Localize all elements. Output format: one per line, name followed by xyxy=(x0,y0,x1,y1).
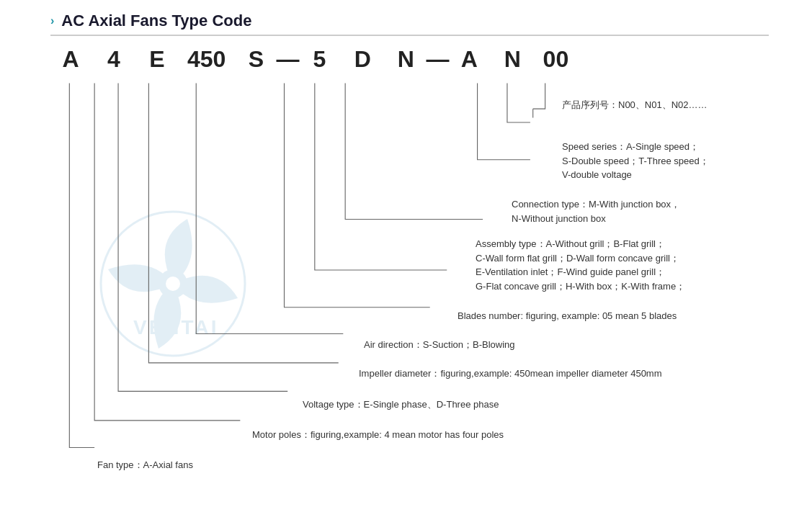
code-n2: N xyxy=(499,46,525,73)
label-motor-poles: Motor poles：figuring,example: 4 mean mot… xyxy=(252,428,504,442)
label-assembly-type: Assembly type：A-Without grill；B-Flat gri… xyxy=(476,237,685,293)
code-dash1: — xyxy=(276,46,299,73)
type-code-row: A 4 E 450 S — 5 D N — A N 00 xyxy=(58,46,568,73)
diagram-area: A 4 E 450 S — 5 D N — A N 00 xyxy=(50,46,769,449)
code-a2: A xyxy=(456,46,482,73)
code-450: 450 xyxy=(187,46,226,73)
code-a: A xyxy=(58,46,84,73)
title-divider xyxy=(50,35,769,36)
code-e: E xyxy=(144,46,170,73)
label-connection-type: Connection type：M-With junction box， N-W… xyxy=(512,197,680,225)
svg-text:VENTAI: VENTAI xyxy=(133,316,219,338)
code-4: 4 xyxy=(101,46,127,73)
code-5: 5 xyxy=(306,46,332,73)
title-section: › AC Axial Fans Type Code xyxy=(50,12,769,30)
label-air-direction: Air direction：S-Suction；B-Blowing xyxy=(364,338,515,352)
page-title: AC Axial Fans Type Code xyxy=(61,12,251,30)
label-product-series: 产品序列号：N00、N01、N02…… xyxy=(562,98,708,112)
label-impeller-diameter: Impeller diameter：figuring,example: 450m… xyxy=(359,367,662,381)
code-dash2: — xyxy=(426,46,449,73)
code-n: N xyxy=(393,46,419,73)
title-chevron-icon: › xyxy=(50,14,54,27)
code-00: 00 xyxy=(543,46,568,73)
label-blades-number: Blades number: figuring, example: 05 mea… xyxy=(458,309,677,323)
label-fan-type: Fan type：A-Axial fans xyxy=(97,458,193,472)
label-speed-series: Speed series：A-Single speed； S-Double sp… xyxy=(562,140,709,182)
watermark: VENTAI xyxy=(94,205,252,366)
label-voltage-type: Voltage type：E-Single phase、D-Three phas… xyxy=(303,398,499,412)
svg-point-2 xyxy=(166,277,180,291)
code-s: S xyxy=(243,46,269,73)
code-d: D xyxy=(349,46,375,73)
